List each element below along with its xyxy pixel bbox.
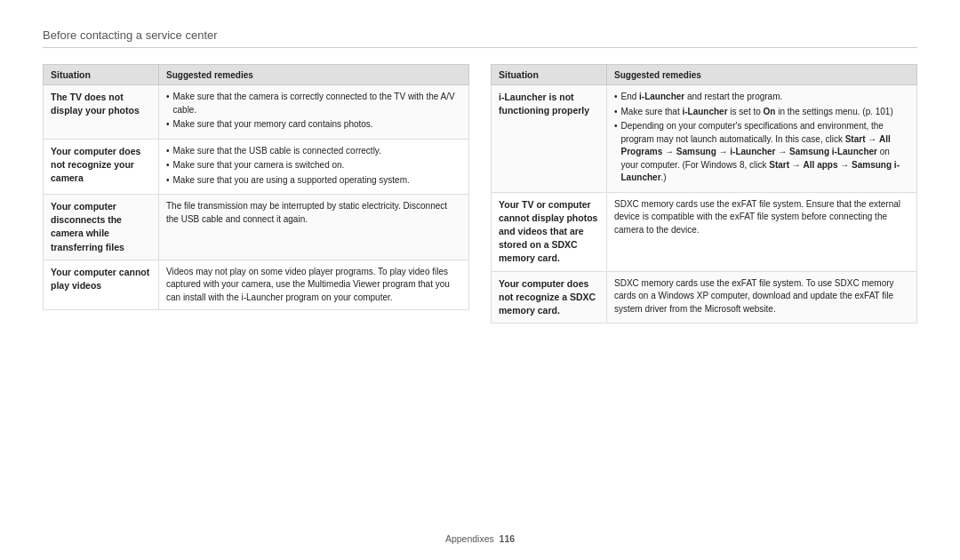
remedies-cell: SDXC memory cards use the exFAT file sys… xyxy=(607,271,917,324)
situation-cell: Your computer cannot play videos xyxy=(44,260,159,310)
situation-cell: Your TV or computer cannot display photo… xyxy=(492,192,607,271)
table-row: Your computer cannot play videosVideos m… xyxy=(44,260,469,310)
bullet-item: •Make sure that the camera is correctly … xyxy=(166,91,461,116)
table-row: The TV does not display your photos•Make… xyxy=(44,85,469,140)
bullet-symbol: • xyxy=(166,174,170,188)
table-row: Your computer does not recognize a SDXC … xyxy=(492,271,917,324)
bullet-item: •Make sure that i-Launcher is set to On … xyxy=(614,106,909,119)
remedies-cell: SDXC memory cards use the exFAT file sys… xyxy=(607,192,917,271)
bullet-text: End i-Launcher and restart the program. xyxy=(621,91,783,104)
right-table-container: Situation Suggested remedies i-Launcher … xyxy=(491,64,917,324)
right-col-situation: Situation xyxy=(492,65,607,85)
bullet-symbol: • xyxy=(614,106,618,119)
bullet-text: Depending on your computer's specificati… xyxy=(621,120,909,185)
bullet-symbol: • xyxy=(166,91,170,116)
remedies-cell: •Make sure that the USB cable is connect… xyxy=(159,139,469,195)
bullet-symbol: • xyxy=(614,91,618,104)
remedies-cell: •End i-Launcher and restart the program.… xyxy=(607,85,917,193)
left-table-container: Situation Suggested remedies The TV does… xyxy=(43,64,469,324)
bullet-text: Make sure that your camera is switched o… xyxy=(173,159,345,172)
tables-row: Situation Suggested remedies The TV does… xyxy=(43,64,917,324)
footer-text: Appendixes 116 xyxy=(445,533,515,544)
bullet-symbol: • xyxy=(166,145,170,158)
situation-cell: Your computer does not recognize a SDXC … xyxy=(492,271,607,324)
table-row: Your computer disconnects the camera whi… xyxy=(44,195,469,260)
bullet-item: •Make sure that you are using a supporte… xyxy=(166,174,461,188)
bullet-text: Make sure that i-Launcher is set to On i… xyxy=(621,106,893,119)
situation-cell: Your computer disconnects the camera whi… xyxy=(44,195,159,260)
table-row: i-Launcher is not functioning properly•E… xyxy=(492,85,917,193)
table-row: Your computer does not recognize your ca… xyxy=(44,139,469,195)
situation-cell: i-Launcher is not functioning properly xyxy=(492,85,607,193)
remedies-cell: The file transmission may be interrupted… xyxy=(159,195,469,260)
left-table: Situation Suggested remedies The TV does… xyxy=(43,64,469,310)
bullet-text: Make sure that your memory card contains… xyxy=(173,118,373,132)
bullet-symbol: • xyxy=(614,120,618,185)
page-wrapper: Before contacting a service center Situa… xyxy=(0,0,960,341)
bullet-symbol: • xyxy=(166,118,170,132)
remedies-cell: •Make sure that the camera is correctly … xyxy=(159,85,469,140)
left-col-situation: Situation xyxy=(44,65,159,85)
right-col-remedies: Suggested remedies xyxy=(607,65,917,85)
remedies-cell: Videos may not play on some video player… xyxy=(159,260,469,310)
situation-cell: The TV does not display your photos xyxy=(44,85,159,140)
bullet-text: Make sure that the camera is correctly c… xyxy=(173,91,461,116)
bullet-text: Make sure that the USB cable is connecte… xyxy=(173,145,381,158)
table-row: Your TV or computer cannot display photo… xyxy=(492,192,917,271)
page-title: Before contacting a service center xyxy=(43,28,917,48)
footer: Appendixes 116 xyxy=(0,533,960,544)
bullet-item: •End i-Launcher and restart the program. xyxy=(614,91,909,104)
bullet-text: Make sure that you are using a supported… xyxy=(173,174,410,188)
left-col-remedies: Suggested remedies xyxy=(159,65,469,85)
bullet-symbol: • xyxy=(166,159,170,172)
bullet-item: •Depending on your computer's specificat… xyxy=(614,120,909,185)
bullet-item: •Make sure that the USB cable is connect… xyxy=(166,145,461,158)
bullet-item: •Make sure that your camera is switched … xyxy=(166,159,461,172)
bullet-item: •Make sure that your memory card contain… xyxy=(166,118,461,132)
situation-cell: Your computer does not recognize your ca… xyxy=(44,139,159,195)
right-table: Situation Suggested remedies i-Launcher … xyxy=(491,64,917,324)
